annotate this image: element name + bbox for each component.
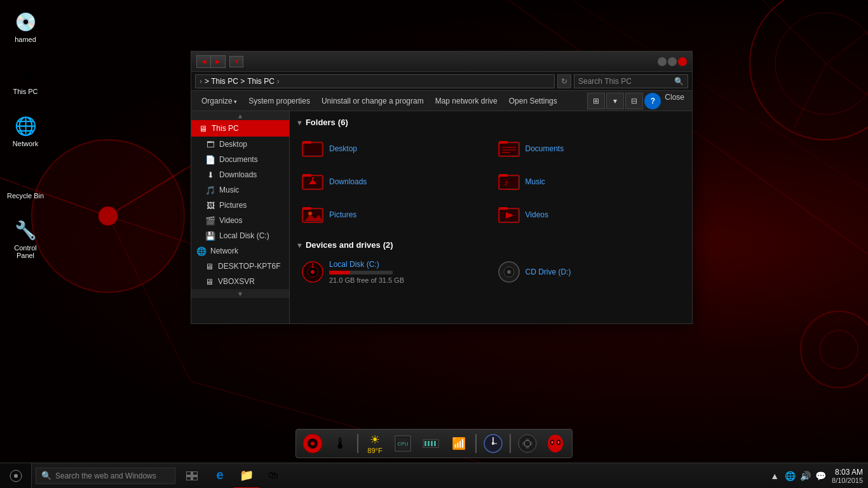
systray-message[interactable]: 💬 [814, 470, 827, 482]
sidebar-item-desktop-kpt[interactable]: 🖥 DESKTOP-KPT6F [191, 259, 289, 274]
window-controls [658, 57, 687, 66]
desktop-icon-hamed[interactable]: 💿 hamed [3, 6, 48, 46]
svg-rect-60 [431, 441, 433, 446]
folder-pictures-label: Pictures [329, 210, 356, 219]
dock-settings-icon[interactable]: 🌡 [329, 432, 352, 455]
sidebar-documents-label: Documents [219, 155, 258, 164]
address-bar: › > This PC > This PC › ↻ Search This PC… [191, 72, 692, 91]
dock-network-stat-icon[interactable]: 📶 [447, 432, 470, 455]
pictures-sidebar-icon: 🖼 [205, 200, 215, 210]
documents-sidebar-icon: 📄 [205, 154, 215, 165]
folder-documents[interactable]: Documents [492, 133, 686, 164]
sidebar-item-downloads[interactable]: ⬇ Downloads [191, 167, 289, 182]
folder-desktop[interactable]: Desktop [296, 133, 490, 164]
desktop-icon-recycle-bin[interactable]: 🗑 Recycle Bin [3, 163, 48, 202]
recycle-bin-label: Recycle Bin [7, 192, 44, 200]
drives-section-header[interactable]: ▼ Devices and drives (2) [296, 240, 686, 250]
taskbar-apps: e 📁 🛍 [207, 463, 286, 489]
dock-weather-icon[interactable]: ☀ 89°F [363, 432, 386, 455]
dock-cpu-icon[interactable]: CPU [391, 432, 414, 455]
sidebar-item-network[interactable]: 🌐 Network [191, 243, 289, 259]
sidebar: ▲ 🖥 This PC 🗔 Desktop 📄 Documents ⬇ Down… [191, 111, 290, 323]
help-button[interactable]: ? [644, 93, 661, 109]
folders-count: (6) [338, 118, 348, 127]
sidebar-scroll-down[interactable]: ▼ [191, 289, 289, 298]
search-bar[interactable]: Search This PC 🔍 [574, 74, 688, 88]
desktop-icon-this-pc[interactable]: 🖥 This PC [3, 58, 48, 98]
system-clock[interactable]: 8:03 AM 8/10/2015 [832, 468, 863, 484]
drive-cd[interactable]: CD Drive (D:) [492, 256, 686, 288]
address-path[interactable]: › > This PC > This PC › [195, 74, 555, 88]
folder-pictures[interactable]: Pictures [296, 200, 490, 230]
recent-locations-button[interactable]: ▾ [229, 56, 243, 67]
folders-section-header[interactable]: ▼ Folders (6) [296, 118, 686, 127]
svg-text:CPU: CPU [398, 441, 409, 447]
recycle-bin-icon: 🗑 [13, 165, 38, 191]
close-label[interactable]: Close [662, 93, 687, 109]
sidebar-item-vboxsvr[interactable]: 🖥 VBOXSVR [191, 274, 289, 289]
taskbar-store[interactable]: 🛍 [261, 463, 286, 489]
dock-media-icon[interactable] [301, 432, 324, 455]
sidebar-item-this-pc[interactable]: 🖥 This PC [191, 120, 289, 137]
folder-videos[interactable]: Videos [492, 200, 686, 230]
local-disk-icon [301, 261, 324, 283]
sidebar-item-documents[interactable]: 📄 Documents [191, 152, 289, 167]
taskbar-file-explorer[interactable]: 📁 [234, 463, 259, 489]
open-settings-button[interactable]: Open Settings [504, 95, 562, 107]
dock-gear-icon[interactable] [516, 432, 539, 455]
systray-expand[interactable]: ▲ [768, 470, 781, 482]
taskbar-edge[interactable]: e [207, 463, 233, 489]
view-dropdown-button[interactable]: ▾ [606, 93, 624, 109]
svg-rect-78 [193, 471, 198, 475]
back-button[interactable]: ◀ [197, 56, 211, 67]
folders-collapse-arrow: ▼ [296, 119, 303, 126]
sidebar-network-label: Network [210, 247, 238, 255]
forward-button[interactable]: ▶ [211, 56, 225, 67]
cd-drive-info: CD Drive (D:) [526, 268, 571, 276]
view-options-button[interactable]: ⊞ [587, 93, 605, 109]
folder-music[interactable]: ♪ Music [492, 166, 686, 197]
control-panel-label: Control Panel [6, 244, 45, 259]
task-view-button[interactable] [179, 463, 205, 489]
hamed-icon: 💿 [13, 9, 38, 34]
systray-network[interactable]: 🌐 [783, 470, 796, 482]
svg-point-53 [311, 442, 315, 445]
minimize-button[interactable] [658, 57, 667, 66]
sidebar-item-music[interactable]: 🎵 Music [191, 182, 289, 198]
taskbar-search-box[interactable]: 🔍 Search the web and Windows [36, 468, 175, 484]
dock-alien-icon[interactable] [544, 432, 567, 455]
desktop-icon-network[interactable]: 🌐 Network [3, 111, 48, 150]
dock-sep-2 [475, 434, 477, 453]
maximize-button[interactable] [668, 57, 677, 66]
organize-button[interactable]: Organize [196, 95, 242, 107]
sidebar-item-local-disk[interactable]: 💾 Local Disk (C:) [191, 228, 289, 243]
sidebar-item-videos[interactable]: 🎬 Videos [191, 213, 289, 228]
svg-rect-19 [304, 144, 322, 155]
map-drive-button[interactable]: Map network drive [430, 95, 503, 107]
close-button[interactable] [678, 57, 687, 66]
refresh-button[interactable]: ↻ [557, 74, 571, 88]
network-sidebar-icon: 🌐 [196, 246, 207, 256]
systray-speaker[interactable]: 🔊 [799, 470, 811, 482]
dock-ram-icon[interactable] [419, 432, 442, 455]
sidebar-item-pictures[interactable]: 🖼 Pictures [191, 198, 289, 213]
toolbar-right: ⊞ ▾ ⊟ ? Close [587, 93, 687, 109]
sidebar-scroll-up[interactable]: ▲ [191, 111, 289, 120]
drive-local-disk-c[interactable]: Local Disk (C:) 21.0 GB free of 31.5 GB [296, 256, 490, 288]
layout-button[interactable]: ⊟ [625, 93, 643, 109]
svg-point-69 [524, 440, 531, 447]
uninstall-button[interactable]: Uninstall or change a program [316, 95, 429, 107]
systray-icons: ▲ 🌐 🔊 💬 [768, 470, 827, 482]
svg-point-76 [14, 474, 18, 478]
title-bar-left: ◀ ▶ ▾ [196, 55, 243, 68]
system-properties-button[interactable]: System properties [243, 95, 315, 107]
dock-clock-icon[interactable] [482, 432, 505, 455]
sidebar-item-desktop[interactable]: 🗔 Desktop [191, 137, 289, 152]
start-button[interactable] [0, 463, 32, 489]
svg-rect-22 [500, 144, 518, 155]
desktop-icon-control-panel[interactable]: 🔧 Control Panel [3, 215, 48, 262]
drives-title: Devices and drives [306, 240, 381, 250]
desktop-icon-area: 💿 hamed 🖥 This PC 🌐 Network 🗑 Recycle Bi… [0, 0, 51, 268]
folder-downloads[interactable]: Downloads [296, 166, 490, 197]
system-dock: 🌡 ☀ 89°F CPU 📶 [295, 429, 573, 458]
